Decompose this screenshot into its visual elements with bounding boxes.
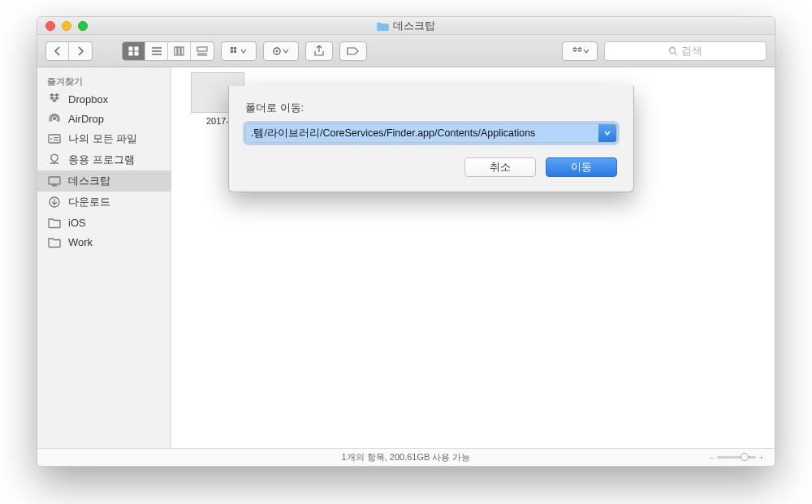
action-button-group <box>263 41 299 61</box>
sidebar: 즐겨찾기 DropboxAirDrop나의 모든 파일응용 프로그램데스크탑다운… <box>37 67 171 448</box>
tags-button[interactable] <box>339 41 367 61</box>
folder-icon <box>47 235 62 248</box>
svg-rect-14 <box>234 47 236 50</box>
titlebar: 데스크탑 <box>37 17 775 35</box>
action-button[interactable] <box>264 42 298 60</box>
search-field[interactable]: 검색 <box>604 41 767 61</box>
zoom-track[interactable] <box>717 456 756 459</box>
window-title: 데스크탑 <box>37 19 775 33</box>
sidebar-item-airdrop[interactable]: AirDrop <box>37 109 171 128</box>
path-dropdown-button[interactable] <box>598 124 616 142</box>
airdrop-icon <box>47 112 62 125</box>
svg-rect-1 <box>135 47 138 50</box>
svg-rect-8 <box>178 47 180 55</box>
dropbox-icon <box>47 93 62 106</box>
back-button[interactable] <box>46 42 69 60</box>
dropbox-button-group <box>562 41 598 61</box>
svg-rect-10 <box>197 47 207 51</box>
svg-rect-9 <box>181 47 184 55</box>
column-view-button[interactable] <box>168 42 191 60</box>
svg-rect-3 <box>135 52 138 55</box>
cancel-button[interactable]: 취소 <box>464 157 536 177</box>
sidebar-item-label: AirDrop <box>68 113 104 125</box>
svg-rect-24 <box>54 137 58 138</box>
folder-icon <box>47 216 62 229</box>
allfiles-icon <box>47 132 62 145</box>
svg-rect-0 <box>129 47 132 50</box>
sidebar-item-label: Dropbox <box>68 93 108 106</box>
zoom-out-icon: – <box>710 454 714 462</box>
svg-point-19 <box>670 47 676 53</box>
sidebar-item-work[interactable]: Work <box>37 232 171 252</box>
svg-rect-27 <box>52 185 57 187</box>
forward-button[interactable] <box>69 42 92 60</box>
sidebar-item-데스크탑[interactable]: 데스크탑 <box>37 170 171 192</box>
dropbox-icon <box>571 46 589 56</box>
statusbar: 1개의 항목, 200.61GB 사용 가능 – + <box>37 448 775 466</box>
share-icon <box>313 45 325 57</box>
toolbar: 검색 <box>37 35 775 67</box>
sidebar-item-label: Work <box>68 236 93 248</box>
svg-rect-25 <box>54 140 58 140</box>
svg-rect-13 <box>231 47 233 50</box>
goto-folder-sheet: 폴더로 이동: 취소 이동 <box>228 86 634 192</box>
apps-icon <box>47 153 62 166</box>
svg-line-20 <box>675 53 677 55</box>
sidebar-item-label: 응용 프로그램 <box>68 153 135 167</box>
sidebar-item-label: 다운로드 <box>68 195 110 209</box>
modal-title: 폴더로 이동: <box>245 101 617 115</box>
dropbox-toolbar-button[interactable] <box>563 42 597 60</box>
sidebar-item-ios[interactable]: iOS <box>37 213 171 232</box>
desktop-icon <box>47 174 62 187</box>
share-button[interactable] <box>305 41 333 61</box>
sidebar-item-응용 프로그램[interactable]: 응용 프로그램 <box>37 149 171 170</box>
folder-icon <box>377 21 389 31</box>
nav-buttons <box>45 41 93 61</box>
list-view-button[interactable] <box>145 42 168 60</box>
svg-rect-16 <box>234 50 236 53</box>
tag-icon <box>347 46 360 56</box>
svg-rect-7 <box>175 47 177 55</box>
sidebar-heading: 즐겨찾기 <box>37 72 171 89</box>
status-text: 1개의 항목, 200.61GB 사용 가능 <box>342 451 471 463</box>
arrange-button[interactable] <box>222 42 256 60</box>
path-input[interactable] <box>246 124 598 142</box>
svg-rect-2 <box>129 52 132 55</box>
svg-point-23 <box>50 138 52 140</box>
zoom-thumb[interactable] <box>741 453 749 461</box>
search-icon <box>668 46 678 56</box>
coverflow-view-button[interactable] <box>191 42 214 60</box>
sidebar-item-다운로드[interactable]: 다운로드 <box>37 192 171 213</box>
sidebar-item-label: 데스크탑 <box>68 174 110 188</box>
sidebar-item-나의 모든 파일[interactable]: 나의 모든 파일 <box>37 128 171 149</box>
svg-rect-26 <box>49 177 60 184</box>
zoom-in-icon: + <box>759 454 763 462</box>
view-mode-buttons <box>122 41 214 61</box>
search-placeholder: 검색 <box>681 44 702 58</box>
zoom-slider[interactable]: – + <box>710 454 763 462</box>
sidebar-item-dropbox[interactable]: Dropbox <box>37 89 171 109</box>
svg-point-18 <box>276 50 279 52</box>
chevron-down-icon <box>603 129 611 137</box>
finder-window: 데스크탑 <box>37 16 775 467</box>
path-combo <box>245 123 617 143</box>
svg-rect-15 <box>231 50 233 53</box>
sidebar-item-label: 나의 모든 파일 <box>68 131 137 146</box>
downloads-icon <box>47 196 62 209</box>
svg-point-21 <box>53 117 56 120</box>
sidebar-item-label: iOS <box>68 217 86 229</box>
go-button[interactable]: 이동 <box>546 157 617 177</box>
icon-view-button[interactable] <box>123 42 145 60</box>
arrange-button-group <box>221 41 257 61</box>
